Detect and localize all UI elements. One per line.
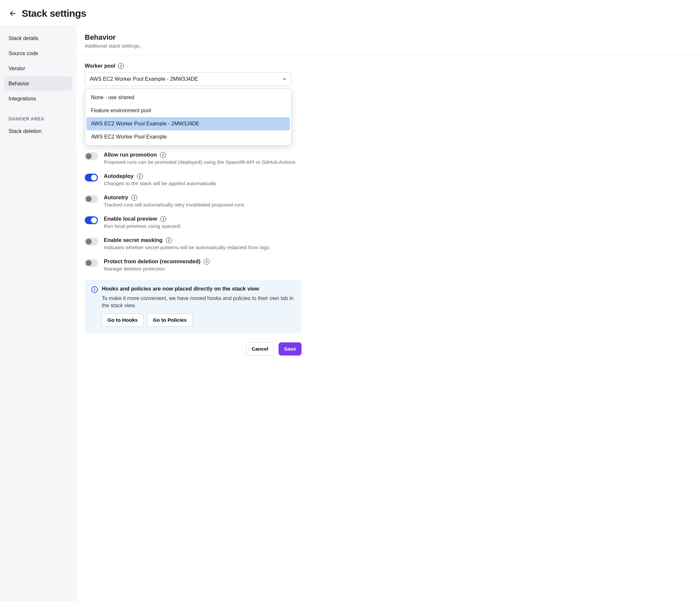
toggle-row-autoretry: Autoretry i Tracked runs will automatica… <box>85 194 363 208</box>
info-icon: i <box>91 286 98 293</box>
toggle-row-autodeploy: Autodeploy i Changes to the stack will b… <box>85 173 363 186</box>
info-icon[interactable]: i <box>204 259 209 265</box>
section-subtitle: Additional stack settings. <box>85 43 692 49</box>
toggle-desc: Run local previews using spacectl. <box>104 223 363 229</box>
toggle-enable-local-preview[interactable] <box>85 216 98 224</box>
toggle-desc: Changes to the stack will be applied aut… <box>104 181 363 186</box>
sidebar: Stack details Source code Vendor Behavio… <box>0 26 76 601</box>
info-icon[interactable]: i <box>160 152 166 158</box>
toggle-protect-from-deletion[interactable] <box>85 259 98 267</box>
section-title: Behavior <box>85 33 692 42</box>
go-to-hooks-button[interactable]: Go to Hooks <box>102 314 143 326</box>
sidebar-item-behavior[interactable]: Behavior <box>4 77 72 91</box>
toggle-row-enable-local-preview: Enable local preview i Run local preview… <box>85 216 363 229</box>
toggle-row-protect-from-deletion: Protect from deletion (recommended) i Ma… <box>85 258 363 272</box>
info-icon[interactable]: i <box>118 63 124 69</box>
banner-title: Hooks and policies are now placed direct… <box>102 286 259 293</box>
toggle-row-allow-run-promotion: Allow run promotion i Proposed runs can … <box>85 152 363 165</box>
toggle-title: Autodeploy <box>104 173 134 179</box>
worker-pool-label: Worker pool <box>85 63 115 69</box>
info-icon[interactable]: i <box>166 237 172 243</box>
save-button[interactable]: Save <box>279 342 302 356</box>
sidebar-item-integrations[interactable]: Integrations <box>4 91 72 106</box>
toggle-row-enable-secret-masking: Enable secret masking i Indicates whethe… <box>85 237 363 251</box>
toggle-desc: Indicates whether secret patterns will b… <box>104 244 363 251</box>
danger-area-heading: DANGER AREA <box>0 110 76 124</box>
worker-pool-dropdown: None - use shared Feature environment po… <box>85 89 292 146</box>
dropdown-option-aws-2mw[interactable]: AWS EC2 Worker Pool Example - 2MW3J4DE <box>86 117 290 130</box>
toggle-desc: Manage deletion protection <box>104 266 363 272</box>
dropdown-option-aws[interactable]: AWS EC2 Worker Pool Example <box>86 130 290 143</box>
info-icon[interactable]: i <box>131 195 137 201</box>
worker-pool-select[interactable]: AWS EC2 Worker Pool Example - 2MW3J4DE <box>85 72 292 86</box>
toggle-desc: Proposed runs can be promoted (deployed)… <box>104 159 363 165</box>
sidebar-item-vendor[interactable]: Vendor <box>4 61 72 76</box>
toggle-title: Enable local preview <box>104 216 157 222</box>
toggle-title: Allow run promotion <box>104 152 157 158</box>
sidebar-item-source-code[interactable]: Source code <box>4 46 72 61</box>
toggle-title: Enable secret masking <box>104 237 162 243</box>
info-icon[interactable]: i <box>137 173 143 179</box>
sidebar-item-stack-details[interactable]: Stack details <box>4 31 72 46</box>
dropdown-option-none[interactable]: None - use shared <box>86 91 290 104</box>
worker-pool-value: AWS EC2 Worker Pool Example - 2MW3J4DE <box>90 76 198 82</box>
page-title: Stack settings <box>22 8 86 19</box>
cancel-button[interactable]: Cancel <box>246 342 274 356</box>
banner-body: To make it more convenient, we have move… <box>102 295 295 309</box>
go-to-policies-button[interactable]: Go to Policies <box>147 314 192 326</box>
info-icon[interactable]: i <box>160 216 166 222</box>
toggle-title: Autoretry <box>104 194 128 201</box>
toggle-title: Protect from deletion (recommended) <box>104 258 200 265</box>
sidebar-item-stack-deletion[interactable]: Stack deletion <box>4 124 72 138</box>
toggle-desc: Tracked runs will automatically retry in… <box>104 202 363 208</box>
info-banner: i Hooks and policies are now placed dire… <box>85 280 302 333</box>
toggle-enable-secret-masking[interactable] <box>85 238 98 245</box>
toggle-autoretry[interactable] <box>85 195 98 203</box>
toggle-allow-run-promotion[interactable] <box>85 152 98 160</box>
toggle-autodeploy[interactable] <box>85 174 98 182</box>
chevron-down-icon <box>282 77 287 81</box>
back-arrow-icon[interactable] <box>8 9 17 18</box>
dropdown-option-feature-env[interactable]: Feature environment pool <box>86 104 290 117</box>
